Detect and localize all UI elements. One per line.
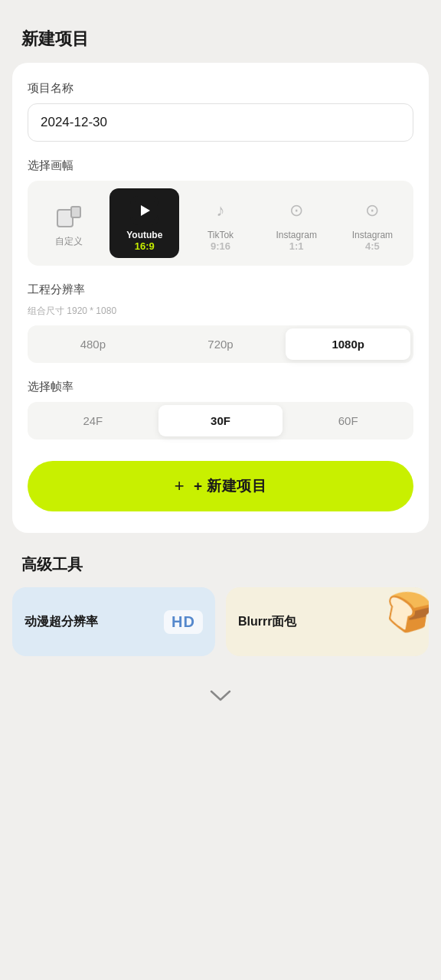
canvas-options-group: 自定义 Youtube 16:9 ♪ TikTok 9:16 [28, 181, 413, 266]
canvas-option-instagram45[interactable]: ⊙ Instagram 4:5 [338, 188, 407, 258]
framerate-60f-btn[interactable]: 60F [286, 405, 410, 436]
instagram11-icon: ⊙ [289, 201, 303, 220]
youtube-play-triangle [141, 205, 150, 216]
canvas-option-custom[interactable]: 自定义 [34, 194, 103, 253]
resolution-label: 工程分辨率 [28, 283, 413, 297]
canvas-option-instagram11[interactable]: ⊙ Instagram 1:1 [262, 188, 332, 258]
canvas-option-instagram11-ratio: 1:1 [289, 240, 304, 252]
canvas-option-youtube[interactable]: Youtube 16:9 [109, 188, 179, 258]
resolution-720p-btn[interactable]: 720p [158, 328, 283, 360]
custom-rect-small [70, 206, 81, 218]
anime-tool-label: 动漫超分辨率 [24, 614, 98, 630]
resolution-480p-btn[interactable]: 480p [31, 328, 155, 360]
framerate-label: 选择帧率 [28, 380, 413, 394]
hd-badge: HD [164, 610, 203, 634]
canvas-option-instagram45-ratio: 4:5 [365, 240, 380, 252]
youtube-icon-wrap [130, 196, 159, 225]
create-plus-icon: + [175, 476, 185, 496]
resolution-section: 工程分辨率 组合尺寸 1920 * 1080 480p 720p 1080p [28, 283, 413, 363]
instagram11-icon-wrap: ⊙ [282, 196, 311, 225]
tiktok-icon-wrap: ♪ [206, 196, 235, 225]
canvas-option-youtube-ratio: 16:9 [135, 240, 155, 252]
framerate-30f-btn[interactable]: 30F [158, 405, 283, 436]
canvas-option-tiktok[interactable]: ♪ TikTok 9:16 [185, 188, 255, 258]
canvas-option-instagram11-label: Instagram [276, 230, 317, 240]
bread-icon: 🍞 [381, 587, 429, 639]
custom-icon-shape [57, 206, 81, 227]
canvas-option-instagram45-label: Instagram [352, 230, 393, 240]
canvas-option-custom-label: 自定义 [55, 236, 83, 247]
canvas-label: 选择画幅 [28, 158, 413, 173]
create-button-label: + 新建项目 [194, 476, 266, 496]
instagram45-icon-wrap: ⊙ [358, 196, 387, 225]
framerate-section: 选择帧率 24F 30F 60F [28, 380, 413, 439]
page-title: 新建项目 [0, 0, 441, 63]
tiktok-icon: ♪ [217, 201, 225, 220]
tool-card-anime[interactable]: 动漫超分辨率 HD [12, 587, 215, 656]
advanced-title: 高级工具 [0, 533, 441, 587]
new-project-card: 项目名称 选择画幅 自定义 [12, 63, 429, 533]
instagram45-icon: ⊙ [365, 201, 379, 220]
tool-card-blurrr[interactable]: Blurrr面包 🍞 [226, 587, 429, 656]
chevron-down-icon[interactable] [0, 656, 441, 722]
framerate-24f-btn[interactable]: 24F [31, 405, 155, 436]
canvas-option-youtube-label: Youtube [126, 230, 162, 240]
custom-icon [54, 202, 83, 231]
blurrr-tool-label: Blurrr面包 [238, 614, 296, 630]
youtube-icon [132, 201, 158, 220]
advanced-tools-section: 动漫超分辨率 HD Blurrr面包 🍞 [0, 587, 441, 656]
canvas-section: 选择画幅 自定义 Youtube [28, 158, 413, 266]
project-name-input[interactable] [28, 103, 413, 142]
resolution-1080p-btn[interactable]: 1080p [286, 328, 410, 360]
create-project-button[interactable]: + + 新建项目 [28, 461, 413, 511]
canvas-option-tiktok-ratio: 9:16 [211, 240, 230, 252]
framerate-toggle-group: 24F 30F 60F [28, 402, 413, 439]
resolution-hint: 组合尺寸 1920 * 1080 [28, 305, 413, 318]
resolution-toggle-group: 480p 720p 1080p [28, 325, 413, 363]
project-name-label: 项目名称 [28, 81, 413, 96]
canvas-option-tiktok-label: TikTok [207, 230, 234, 240]
